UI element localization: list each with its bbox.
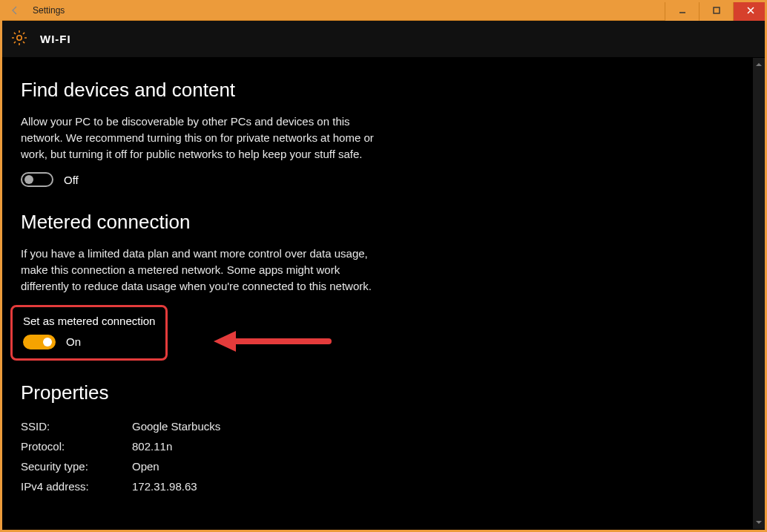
section-heading-properties: Properties: [21, 381, 752, 404]
section-desc-find-devices: Allow your PC to be discoverable by othe…: [21, 114, 377, 162]
property-value: 172.31.98.63: [132, 480, 197, 493]
svg-rect-1: [714, 7, 720, 13]
property-row: IPv4 address: 172.31.98.63: [21, 476, 752, 496]
section-heading-find-devices: Find devices and content: [21, 79, 752, 102]
window-title: Settings: [33, 5, 65, 16]
scroll-down-icon[interactable]: [753, 516, 765, 529]
property-key: Security type:: [21, 460, 132, 473]
highlight-annotation: Set as metered connection On: [10, 305, 168, 361]
property-key: IPv4 address:: [21, 480, 132, 493]
property-value: Google Starbucks: [132, 420, 220, 433]
find-devices-toggle[interactable]: [21, 172, 53, 187]
page-header: WI-FI: [0, 21, 767, 58]
back-button[interactable]: [0, 0, 30, 21]
gear-icon: [10, 29, 28, 50]
page-title: WI-FI: [40, 33, 71, 45]
vertical-scrollbar[interactable]: [753, 58, 765, 529]
property-row: Security type: Open: [21, 456, 752, 476]
property-key: Protocol:: [21, 440, 132, 453]
section-desc-metered: If you have a limited data plan and want…: [21, 246, 377, 294]
metered-sublabel: Set as metered connection: [23, 315, 155, 327]
svg-marker-4: [214, 331, 236, 352]
window-titlebar: Settings: [0, 0, 767, 21]
maximize-button[interactable]: [699, 0, 733, 21]
properties-list: SSID: Google Starbucks Protocol: 802.11n…: [21, 416, 752, 496]
arrow-annotation-icon: [214, 328, 332, 358]
property-row: Protocol: 802.11n: [21, 436, 752, 456]
window-controls: [665, 0, 767, 21]
metered-toggle-label: On: [66, 335, 81, 348]
metered-toggle[interactable]: [23, 335, 56, 349]
minimize-button[interactable]: [665, 0, 699, 21]
svg-point-2: [17, 35, 22, 39]
find-devices-toggle-label: Off: [64, 174, 79, 186]
property-value: Open: [132, 460, 159, 473]
section-heading-metered: Metered connection: [21, 211, 752, 234]
property-key: SSID:: [21, 420, 132, 433]
content-area: Find devices and content Allow your PC t…: [0, 58, 752, 529]
scroll-up-icon[interactable]: [753, 58, 765, 71]
property-value: 802.11n: [132, 440, 172, 453]
close-button[interactable]: [733, 0, 767, 21]
property-row: SSID: Google Starbucks: [21, 416, 752, 436]
